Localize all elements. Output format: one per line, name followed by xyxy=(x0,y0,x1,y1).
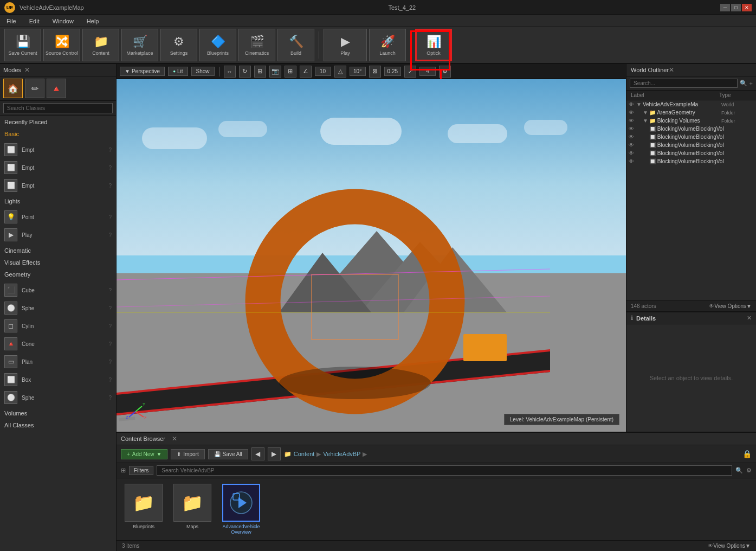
outliner-item[interactable]: 👁 🔲 BlockingVolumeBlockingVol xyxy=(626,133,756,141)
outliner-item[interactable]: 👁 ▼ VehicleAdvExampleMa World xyxy=(626,100,756,108)
play-button[interactable]: ▶ Play xyxy=(324,29,367,61)
launch-button[interactable]: 🚀 Launch xyxy=(369,29,406,61)
add-new-button[interactable]: + Add New ▼ xyxy=(121,449,167,459)
save-all-button[interactable]: 💾 Save All xyxy=(208,449,248,459)
paint-mode-icon[interactable]: ✏ xyxy=(25,79,44,98)
view-icon-1[interactable]: ⊞ xyxy=(121,467,126,474)
filters-button[interactable]: Filters xyxy=(129,466,153,475)
item-help-icon: ? xyxy=(108,341,112,347)
category-cinematic[interactable]: Cinematic xyxy=(0,245,116,257)
category-recently-placed[interactable]: Recently Placed xyxy=(0,116,116,128)
list-item[interactable]: ⬛ Cube ? xyxy=(0,281,116,299)
breadcrumb-content[interactable]: Content xyxy=(294,451,315,457)
build-button[interactable]: 🔨 Build xyxy=(277,29,314,61)
cinematics-button[interactable]: 🎬 Cinematics xyxy=(238,29,275,61)
details-close[interactable]: ✕ xyxy=(747,315,752,322)
launch-icon: 🚀 xyxy=(380,35,395,49)
list-item[interactable]: ⚪ Sphe ? xyxy=(0,299,116,317)
outliner-item[interactable]: 👁 🔲 BlockingVolumeBlockingVol xyxy=(626,149,756,157)
list-item[interactable]: ▶ Play ? xyxy=(0,226,116,244)
blueprints-button[interactable]: 🔷 Blueprints xyxy=(199,29,236,61)
scale-snap-icon[interactable]: ⊠ xyxy=(369,66,381,78)
menu-window[interactable]: Window xyxy=(50,17,76,25)
lit-button[interactable]: ● Lit xyxy=(168,67,188,76)
content-button[interactable]: 📁 Content xyxy=(82,29,119,61)
landscape-mode-icon[interactable]: 🔺 xyxy=(47,79,66,98)
list-item[interactable]: ⬜ Empt ? xyxy=(0,177,116,194)
category-basic[interactable]: Basic xyxy=(0,128,116,140)
translate-icon[interactable]: ↔ xyxy=(224,66,236,78)
category-geometry[interactable]: Geometry xyxy=(0,268,116,280)
cb-item-advanced-vehicle[interactable]: AdvancedVehicle Overview xyxy=(219,484,263,535)
scale-icon[interactable]: ⊞ xyxy=(254,66,266,78)
outliner-item[interactable]: 👁 ▼ 📁 Blocking Volumes Folder xyxy=(626,117,756,125)
cb-view-options[interactable]: View Options xyxy=(713,543,745,549)
optick-button[interactable]: 📊 Optick xyxy=(415,29,452,61)
search-classes-input[interactable] xyxy=(3,103,113,113)
search-settings-icon[interactable]: ⚙ xyxy=(746,467,752,474)
close-button[interactable]: ✕ xyxy=(742,4,752,11)
outliner-item[interactable]: 👁 🔲 BlockingVolumeBlockingVol xyxy=(626,141,756,149)
back-button[interactable]: ◀ xyxy=(251,447,264,460)
content-search-input[interactable] xyxy=(157,465,732,476)
list-item[interactable]: ◻ Cylin ? xyxy=(0,317,116,335)
perspective-dropdown[interactable]: ▼ Perspective xyxy=(120,67,165,76)
lock-icon[interactable]: 🔒 xyxy=(742,450,752,458)
angle-icon[interactable]: ∠ xyxy=(300,66,312,78)
world-outliner-search-input[interactable] xyxy=(630,79,738,88)
outliner-item[interactable]: 👁 ▼ 📁 ArenaGeometry Folder xyxy=(626,108,756,117)
visibility-icon: 👁 xyxy=(629,150,634,156)
place-mode-icon[interactable]: 🏠 xyxy=(3,79,23,98)
menu-edit[interactable]: Edit xyxy=(27,17,42,25)
modes-close-button[interactable]: ✕ xyxy=(24,66,30,74)
world-outliner-header: World Outliner ✕ xyxy=(626,64,756,76)
outliner-item[interactable]: 👁 🔲 BlockingVolumeBlockingVol xyxy=(626,125,756,133)
menu-file[interactable]: File xyxy=(4,17,18,25)
item-label: Cylin xyxy=(22,323,34,329)
details-header: ℹ Details ✕ xyxy=(626,312,756,324)
forward-button[interactable]: ▶ xyxy=(268,447,281,460)
item-help-icon: ? xyxy=(108,232,112,238)
content-browser-close[interactable]: ✕ xyxy=(172,435,177,443)
list-item[interactable]: ⬜ Empt ? xyxy=(0,159,116,176)
category-volumes[interactable]: Volumes xyxy=(0,407,116,419)
window-controls[interactable]: ─ □ ✕ xyxy=(720,4,752,11)
viewport-maximize[interactable]: ⤢ xyxy=(404,66,416,78)
marketplace-button[interactable]: 🛒 Marketplace xyxy=(121,29,158,61)
category-visual-effects[interactable]: Visual Effects xyxy=(0,257,116,268)
import-button[interactable]: ⬆ Import xyxy=(171,449,204,459)
actor-count: 146 actors xyxy=(631,303,709,309)
maximize-button[interactable]: □ xyxy=(731,4,741,11)
lit-label: Lit xyxy=(177,68,183,74)
save-current-button[interactable]: 💾 Save Current xyxy=(4,29,41,61)
breadcrumb-vehicleadvbp[interactable]: VehicleAdvBP xyxy=(323,451,360,457)
world-outliner-view-options[interactable]: View Options xyxy=(714,303,746,309)
add-outliner-item[interactable]: + xyxy=(749,80,753,87)
source-control-button[interactable]: 🔀 Source Control xyxy=(43,29,80,61)
list-item[interactable]: ⬜ Empt ? xyxy=(0,141,116,158)
grid-icon[interactable]: ⊞ xyxy=(285,66,296,78)
world-outliner-close[interactable]: ✕ xyxy=(669,66,674,74)
list-item[interactable]: ⚪ Sphe ? xyxy=(0,389,116,406)
rotate-icon[interactable]: ↻ xyxy=(239,66,251,78)
place-items-lights: 💡 Point ? ▶ Play ? xyxy=(0,207,116,245)
cb-item-blueprints[interactable]: 📁 Blueprints xyxy=(122,484,165,535)
menu-help[interactable]: Help xyxy=(85,17,101,25)
minimize-button[interactable]: ─ xyxy=(720,4,730,11)
axis-indicator: X Y Z xyxy=(125,401,146,424)
angle-snap-icon[interactable]: △ xyxy=(334,66,346,78)
list-item[interactable]: ▭ Plan ? xyxy=(0,353,116,370)
3d-viewport[interactable]: Level: VehicleAdvExampleMap (Persistent)… xyxy=(117,79,626,432)
camera-icon[interactable]: 📷 xyxy=(269,66,281,78)
show-button[interactable]: Show xyxy=(191,67,215,76)
list-item[interactable]: 🔺 Cone ? xyxy=(0,335,116,353)
add-new-chevron: ▼ xyxy=(156,451,161,457)
settings-button[interactable]: ⚙ Settings xyxy=(160,29,197,61)
item-label: Empt xyxy=(22,165,34,171)
category-lights[interactable]: Lights xyxy=(0,195,116,207)
list-item[interactable]: ⬜ Box ? xyxy=(0,371,116,388)
outliner-item[interactable]: 👁 🔲 BlockingVolumeBlockingVol xyxy=(626,157,756,165)
category-all-classes[interactable]: All Classes xyxy=(0,419,116,431)
list-item[interactable]: 💡 Point ? xyxy=(0,208,116,226)
cb-item-maps[interactable]: 📁 Maps xyxy=(171,484,214,535)
